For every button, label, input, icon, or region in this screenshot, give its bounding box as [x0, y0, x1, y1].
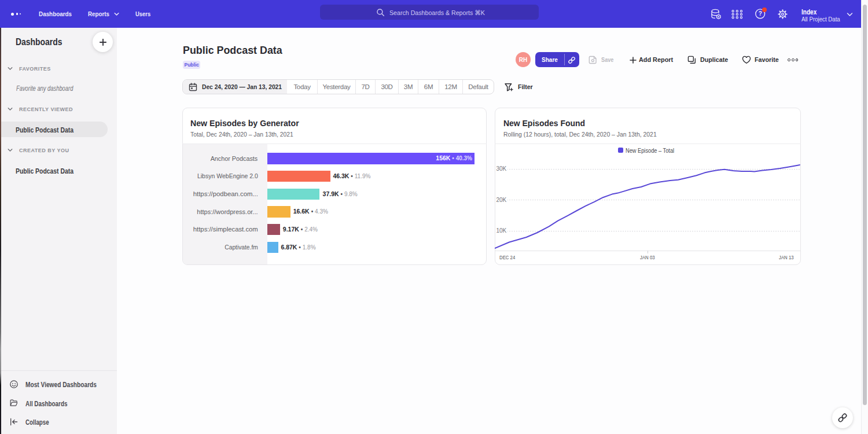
- svg-text:?: ?: [759, 10, 762, 17]
